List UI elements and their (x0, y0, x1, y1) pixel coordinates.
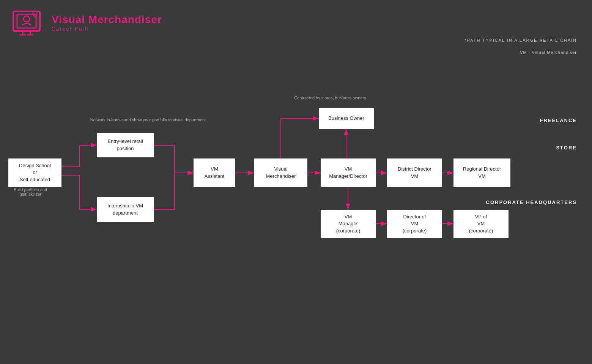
box-vm-assistant: VMAssistant (194, 158, 235, 187)
logo-icon (11, 8, 46, 38)
corporate-label: CORPORATE HEADQUARTERS (486, 199, 577, 205)
note-path-typical: *PATH TYPICAL IN A LARGE RETAIL CHAIN (465, 38, 577, 42)
box-entry-level: Entry-level retailposition (97, 133, 154, 157)
box-vp-vm-corporate: VP ofVM(corporate) (453, 210, 509, 238)
top-notes: *PATH TYPICAL IN A LARGE RETAIL CHAIN VM… (465, 38, 577, 55)
freelance-label: FREELANCE (540, 118, 577, 123)
annotation-contracted: Contracted by stores, business owners (288, 96, 372, 100)
box-director-vm-corporate: Director ofVM(corporate) (387, 210, 442, 238)
app-title: Visual Merchandiser (52, 14, 162, 26)
header-text: Visual Merchandiser Career Path (52, 14, 162, 32)
box-vm-manager-director: VMManager/Director (321, 158, 376, 187)
annotation-portfolio: Build portfolio andgain skillset (4, 187, 57, 196)
app-subtitle: Career Path (52, 26, 162, 32)
box-visual-merchandiser: VisualMerchandiser (254, 158, 307, 187)
box-business-owner: Business Owner (319, 108, 374, 129)
annotation-network: Network in-house and show your portfolio… (76, 118, 220, 122)
svg-point-2 (24, 16, 30, 22)
box-internship: Internship in VMdepartment (97, 197, 154, 222)
box-vm-manager-corporate: VMManager(corporate) (321, 210, 376, 238)
store-label: STORE (556, 145, 577, 151)
box-regional-director: Regional DirectorVM (453, 158, 510, 187)
note-vm-definition: VM - Visual Merchandiser (465, 50, 577, 55)
box-design-school: Design SchoolorSelf-educated (8, 158, 61, 187)
box-district-director: District DirectorVM (387, 158, 442, 187)
header: Visual Merchandiser Career Path (11, 8, 162, 38)
